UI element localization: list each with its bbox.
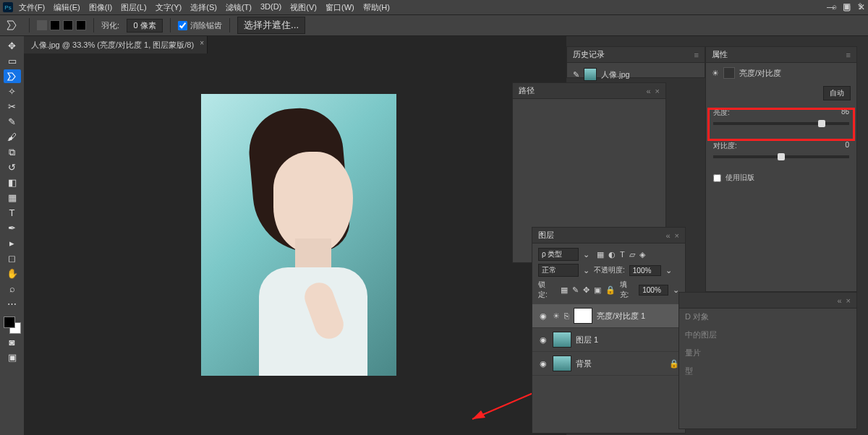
- menu-filter[interactable]: 滤镜(T): [226, 2, 252, 13]
- blend-mode-select[interactable]: 正常: [538, 264, 579, 277]
- panel-collapse-icon[interactable]: «: [646, 87, 650, 95]
- selection-intersect-icon[interactable]: [76, 20, 86, 30]
- opacity-input[interactable]: 100%: [629, 265, 661, 276]
- panel-collapse-icon[interactable]: «: [665, 231, 670, 240]
- lock-artboard-icon[interactable]: ▣: [594, 285, 601, 295]
- 3d-panel-header[interactable]: « ×: [679, 293, 856, 309]
- menu-3d[interactable]: 3D(D): [260, 2, 281, 13]
- path-select-tool-icon[interactable]: ▸: [4, 236, 21, 250]
- share-icon[interactable]: ⇪: [856, 1, 864, 12]
- selection-new-icon[interactable]: [37, 20, 47, 30]
- visibility-icon[interactable]: ◉: [538, 311, 548, 321]
- hand-tool-icon[interactable]: ✋: [4, 267, 21, 280]
- screenmode-icon[interactable]: ▣: [4, 350, 21, 364]
- layer-name[interactable]: 亮度/对比度 1: [597, 311, 645, 322]
- document-tab[interactable]: 人像.jpg @ 33.3% (亮度/对比度 1, 图层蒙版/8) ×: [24, 36, 208, 53]
- menu-image[interactable]: 图像(I): [89, 2, 112, 13]
- foreground-color-swatch[interactable]: [4, 316, 15, 328]
- document-close-icon[interactable]: ×: [200, 39, 204, 47]
- visibility-icon[interactable]: ◉: [538, 359, 548, 369]
- paths-panel-header[interactable]: 路径 « ×: [513, 83, 665, 99]
- menu-select[interactable]: 选择(S): [190, 2, 217, 13]
- filter-smart-icon[interactable]: ◈: [639, 250, 645, 259]
- canvas[interactable]: [201, 94, 396, 376]
- search-icon[interactable]: ⌕: [832, 1, 837, 12]
- panel-close-icon[interactable]: ×: [675, 231, 679, 240]
- menu-view[interactable]: 视图(V): [290, 2, 317, 13]
- layer-mask-thumb[interactable]: [574, 308, 592, 324]
- lock-all-icon[interactable]: 🔒: [605, 285, 616, 295]
- selection-subtract-icon[interactable]: [63, 20, 73, 30]
- gradient-tool-icon[interactable]: ▦: [4, 191, 21, 204]
- feather-input[interactable]: 0 像素: [127, 19, 163, 33]
- move-tool-icon[interactable]: ✥: [4, 39, 21, 53]
- select-and-mask-button[interactable]: 选择并遮住...: [237, 17, 305, 34]
- layer-thumb[interactable]: [553, 332, 571, 348]
- zoom-tool-icon[interactable]: ⌕: [4, 282, 21, 296]
- antialias-checkbox[interactable]: 消除锯齿: [178, 20, 222, 31]
- layer-name[interactable]: 背景: [576, 358, 592, 369]
- auto-button[interactable]: 自动: [823, 86, 851, 100]
- fill-input[interactable]: 100%: [639, 285, 668, 296]
- layer-filter-select[interactable]: ρ 类型: [538, 248, 579, 261]
- foreground-background-color[interactable]: [4, 316, 21, 334]
- menu-layer[interactable]: 图层(L): [121, 2, 146, 13]
- brush-tool-icon[interactable]: 🖌: [4, 130, 21, 144]
- history-brush-tool-icon[interactable]: ↺: [4, 160, 21, 174]
- slider-thumb[interactable]: [778, 153, 785, 160]
- lasso-tool-icon[interactable]: [4, 69, 21, 83]
- filter-pixel-icon[interactable]: ▦: [597, 250, 604, 259]
- filter-shape-icon[interactable]: ▱: [629, 250, 635, 259]
- eyedropper-tool-icon[interactable]: ✎: [4, 115, 21, 129]
- filter-adjust-icon[interactable]: ◐: [608, 250, 616, 259]
- layer-thumb[interactable]: [553, 356, 571, 371]
- type-tool-icon[interactable]: T: [4, 206, 21, 220]
- layer-item[interactable]: ◉ ☀ ⎘ 亮度/对比度 1: [532, 304, 685, 328]
- more-tools-icon[interactable]: ⋯: [4, 297, 21, 311]
- panel-menu-icon[interactable]: ≡: [694, 51, 699, 59]
- menu-help[interactable]: 帮助(H): [363, 2, 390, 13]
- quickmask-icon[interactable]: ◙: [4, 335, 21, 349]
- magic-wand-tool-icon[interactable]: ✧: [4, 85, 21, 98]
- shape-tool-icon[interactable]: ◻: [4, 251, 21, 265]
- marquee-tool-icon[interactable]: ▭: [4, 54, 21, 68]
- antialias-input[interactable]: [178, 21, 187, 30]
- chevron-down-icon[interactable]: ⌄: [583, 266, 590, 275]
- slider-thumb[interactable]: [818, 120, 825, 127]
- history-panel-header[interactable]: 历史记录 ≡: [567, 47, 705, 63]
- contrast-value[interactable]: 0: [845, 141, 849, 151]
- layer-item[interactable]: ◉ 图层 1: [532, 328, 685, 352]
- brightness-value[interactable]: 86: [841, 108, 849, 118]
- current-tool-icon[interactable]: [4, 18, 22, 33]
- menu-window[interactable]: 窗口(W): [326, 2, 354, 13]
- lock-position-icon[interactable]: ✥: [583, 285, 590, 295]
- pen-tool-icon[interactable]: ✒: [4, 221, 21, 235]
- filter-type-icon[interactable]: T: [620, 250, 625, 259]
- chevron-down-icon[interactable]: ⌄: [583, 250, 590, 259]
- crop-tool-icon[interactable]: ✂: [4, 100, 21, 113]
- layers-panel-header[interactable]: 图层 « ×: [532, 228, 685, 244]
- layer-name[interactable]: 图层 1: [576, 335, 598, 345]
- contrast-slider[interactable]: [713, 155, 849, 158]
- legacy-input[interactable]: [713, 174, 721, 182]
- properties-panel-header[interactable]: 属性 ≡: [706, 47, 856, 63]
- workspace-icon[interactable]: ▣: [843, 1, 851, 12]
- eraser-tool-icon[interactable]: ◧: [4, 176, 21, 189]
- layer-item[interactable]: ◉ 背景 🔒: [532, 352, 685, 376]
- menu-file[interactable]: 文件(F): [19, 2, 45, 13]
- visibility-icon[interactable]: ◉: [538, 335, 548, 345]
- clone-stamp-tool-icon[interactable]: ⧉: [4, 145, 21, 159]
- legacy-checkbox[interactable]: 使用旧版: [706, 170, 856, 186]
- panel-collapse-icon[interactable]: «: [837, 296, 841, 305]
- chevron-down-icon[interactable]: ⌄: [665, 266, 672, 275]
- menu-type[interactable]: 文字(Y): [156, 2, 182, 13]
- panel-close-icon[interactable]: ×: [655, 87, 660, 95]
- panel-close-icon[interactable]: ×: [846, 296, 851, 305]
- history-item[interactable]: ✎ 人像.jpg: [573, 66, 699, 83]
- brightness-slider[interactable]: [713, 122, 849, 125]
- lock-transparent-icon[interactable]: ▦: [561, 285, 568, 295]
- lock-paint-icon[interactable]: ✎: [572, 285, 579, 295]
- panel-menu-icon[interactable]: ≡: [846, 51, 851, 59]
- menu-edit[interactable]: 编辑(E): [54, 2, 80, 13]
- selection-add-icon[interactable]: [50, 20, 60, 30]
